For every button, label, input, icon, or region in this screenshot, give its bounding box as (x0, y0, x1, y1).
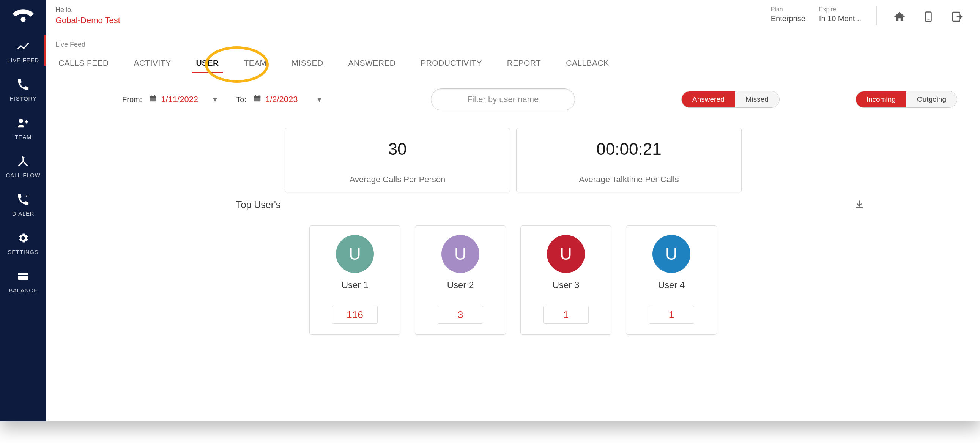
date-from-group: From: 1/11/2022 ▾ (122, 91, 221, 107)
sidebar-item-label: TEAM (15, 134, 32, 140)
user-name: User 1 (342, 280, 369, 290)
answered-missed-toggle: Answered Missed (681, 91, 780, 108)
user-name: User 3 (553, 280, 579, 290)
avatar: U (336, 235, 374, 273)
main-content: Hello, Gobal-Demo Test Plan Enterprise E… (46, 0, 980, 421)
user-count: 3 (438, 306, 483, 324)
sidebar-item-label: HISTORY (10, 95, 37, 102)
sidebar-item-history[interactable]: HISTORY (0, 70, 46, 108)
live-feed-icon (16, 40, 30, 53)
metric-value: 30 (388, 140, 407, 159)
app-root: LIVE FEED HISTORY TEAM CALL FLOW SIP DIA… (0, 0, 980, 421)
card-icon (16, 269, 30, 283)
section-label: Live Feed (46, 25, 980, 49)
sidebar-item-team[interactable]: TEAM (0, 108, 46, 146)
expire-label: Expire (819, 6, 861, 13)
gear-icon (16, 231, 30, 245)
user-card[interactable]: U User 2 3 (415, 225, 506, 335)
metric-label: Average Calls Per Person (350, 175, 445, 185)
tab-answered[interactable]: ANSWERED (347, 54, 398, 74)
sidebar-item-label: CALL FLOW (6, 172, 40, 178)
user-count: 116 (332, 306, 378, 324)
user-search[interactable] (431, 88, 575, 110)
greeting: Hello, Gobal-Demo Test (56, 6, 120, 25)
plan-value: Enterprise (771, 14, 805, 23)
header-right: Plan Enterprise Expire In 10 Mont... (771, 6, 965, 25)
chevron-down-icon: ▾ (317, 94, 321, 104)
home-icon[interactable] (892, 9, 907, 24)
greeting-org: Gobal-Demo Test (56, 16, 120, 25)
metric-value: 00:00:21 (596, 140, 661, 159)
user-count: 1 (649, 306, 694, 324)
avatar: U (547, 235, 585, 273)
sidebar-item-call-flow[interactable]: CALL FLOW (0, 146, 46, 185)
calendar-icon (253, 94, 261, 105)
svg-point-0 (21, 17, 25, 22)
svg-rect-13 (254, 96, 261, 98)
expire-value: In 10 Mont... (819, 14, 861, 23)
date-to-group: To: 1/2/2023 ▾ (236, 91, 325, 107)
user-search-input[interactable] (431, 94, 574, 104)
incoming-toggle-button[interactable]: Incoming (856, 91, 906, 107)
avatar: U (652, 235, 690, 273)
chevron-down-icon: ▾ (213, 94, 217, 104)
tab-user[interactable]: USER (194, 54, 220, 74)
download-icon[interactable] (853, 198, 866, 212)
user-card[interactable]: U User 1 116 (309, 225, 401, 335)
sidebar-item-label: DIALER (12, 210, 35, 217)
plan-label: Plan (771, 6, 805, 13)
header: Hello, Gobal-Demo Test Plan Enterprise E… (46, 0, 980, 25)
user-card[interactable]: U User 4 1 (626, 225, 717, 335)
from-date-input[interactable]: 1/11/2022 ▾ (145, 91, 221, 107)
toggle-groups: Answered Missed Incoming Outgoing (681, 91, 957, 108)
top-users-header: Top User's (183, 199, 843, 210)
user-name: User 4 (658, 280, 685, 290)
user-card[interactable]: U User 3 1 (520, 225, 611, 335)
metric-cards: 30 Average Calls Per Person 00:00:21 Ave… (46, 128, 980, 193)
sidebar-item-balance[interactable]: BALANCE (0, 261, 46, 300)
logout-icon[interactable] (950, 9, 965, 24)
phone-icon (16, 78, 30, 91)
mobile-icon[interactable] (921, 9, 936, 24)
top-users-section: Top User's U User 1 116 U User 2 3 U (46, 199, 980, 335)
header-divider (877, 6, 877, 25)
avatar: U (441, 235, 479, 273)
to-label: To: (236, 95, 246, 104)
sidebar-item-label: BALANCE (9, 287, 37, 293)
user-name: User 2 (447, 280, 474, 290)
from-label: From: (122, 95, 142, 104)
sidebar-item-dialer[interactable]: SIP DIALER (0, 185, 46, 223)
team-icon (16, 116, 30, 130)
from-date-value: 1/11/2022 (161, 94, 198, 104)
tab-productivity[interactable]: PRODUCTIVITY (419, 54, 483, 74)
tab-callback[interactable]: CALLBACK (565, 54, 610, 74)
outgoing-toggle-button[interactable]: Outgoing (906, 91, 957, 107)
tab-activity[interactable]: ACTIVITY (132, 54, 173, 74)
filter-bar: From: 1/11/2022 ▾ To: 1/2/2023 ▾ (46, 75, 980, 110)
svg-point-1 (19, 119, 23, 123)
call-flow-icon (16, 155, 30, 168)
tab-missed[interactable]: MISSED (290, 54, 325, 74)
dialer-icon: SIP (16, 193, 30, 207)
tab-team[interactable]: TEAM (243, 54, 268, 74)
sidebar-item-settings[interactable]: SETTINGS (0, 223, 46, 261)
sidebar-item-live-feed[interactable]: LIVE FEED (0, 31, 46, 70)
tab-calls-feed[interactable]: CALLS FEED (57, 54, 110, 74)
user-count: 1 (543, 306, 589, 324)
incoming-outgoing-toggle: Incoming Outgoing (856, 91, 957, 108)
to-date-input[interactable]: 1/2/2023 ▾ (249, 91, 325, 107)
tab-bar: CALLS FEED ACTIVITY USER TEAM MISSED ANS… (46, 49, 980, 75)
plan-block: Plan Enterprise (771, 6, 805, 23)
user-cards: U User 1 116 U User 2 3 U User 3 1 U Use… (183, 225, 843, 335)
metric-label: Average Talktime Per Calls (579, 175, 679, 185)
answered-toggle-button[interactable]: Answered (682, 91, 735, 107)
sidebar-item-label: LIVE FEED (7, 57, 39, 64)
missed-toggle-button[interactable]: Missed (735, 91, 779, 107)
to-date-value: 1/2/2023 (265, 94, 298, 104)
svg-rect-9 (150, 96, 156, 98)
svg-text:SIP: SIP (25, 194, 29, 198)
tab-report[interactable]: REPORT (506, 54, 543, 74)
sidebar: LIVE FEED HISTORY TEAM CALL FLOW SIP DIA… (0, 0, 46, 421)
top-users-title: Top User's (236, 199, 280, 210)
app-logo (12, 8, 35, 24)
